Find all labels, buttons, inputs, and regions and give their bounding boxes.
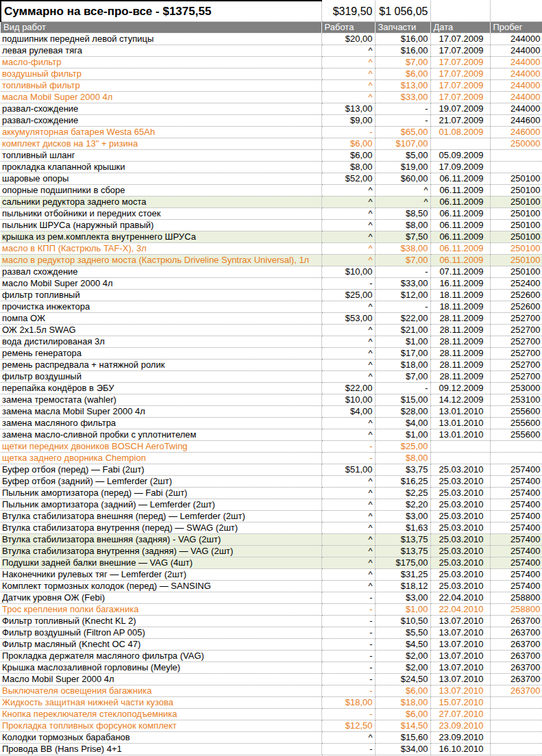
cell-parts-cost[interactable]: ^ [375,185,430,197]
cell-work-type[interactable]: Фильтр воздушный (Filtron AP 005) [1,627,321,639]
summary-empty-mileage-cell[interactable] [490,1,542,22]
cell-work-cost[interactable]: ^ [321,197,375,208]
cell-work-cost[interactable]: ^ [321,57,375,68]
cell-mileage[interactable]: 263700 [490,662,542,674]
cell-work-type[interactable]: Втулка стабилизатора внешняя (перед) — L… [1,511,321,522]
cell-mileage[interactable]: 250100 [490,243,542,255]
cell-work-type[interactable]: перепайка кондёров в ЭБУ [1,383,321,394]
cell-parts-cost[interactable]: $2,25 [375,488,430,499]
cell-work-cost[interactable]: ^ [321,231,375,243]
cell-work-type[interactable]: ремень распредвала + натяжной ролик [1,360,321,371]
cell-date[interactable]: 16.11.2009 [430,278,490,290]
cell-date[interactable]: 13.01.2010 [430,406,490,418]
cell-mileage[interactable]: 252400 [490,278,542,290]
cell-date[interactable]: 05.09.2009 [430,150,490,162]
cell-parts-cost[interactable]: $13,75 [375,546,430,557]
cell-mileage[interactable]: 252600 [490,301,542,313]
cell-work-cost[interactable]: $6,00 [321,138,375,150]
cell-work-cost[interactable]: ^ [321,255,375,266]
cell-mileage[interactable]: 257400 [490,557,542,569]
cell-parts-cost[interactable]: $24,50 [375,674,430,685]
cell-work-type[interactable]: Подушки задней балки внешние — VAG (4шт) [1,557,321,569]
cell-date[interactable] [430,441,490,453]
cell-work-cost[interactable]: $8,00 [321,162,375,173]
cell-work-type[interactable]: развал схождение [1,266,321,278]
cell-date[interactable]: 13.07.2010 [430,662,490,674]
cell-parts-cost[interactable]: $31,25 [375,569,430,581]
cell-parts-cost[interactable]: $3,00 [375,592,430,604]
cell-work-cost[interactable]: $10,00 [321,266,375,278]
cell-work-cost[interactable]: - [321,592,375,604]
cell-date[interactable]: 13.07.2010 [430,674,490,685]
cell-work-cost[interactable]: $25,00 [321,290,375,301]
cell-work-type[interactable]: Пыльник амортизатора (задний) — Lemferde… [1,499,321,511]
cell-work-cost[interactable]: $10,00 [321,394,375,406]
cell-parts-cost[interactable]: $4,50 [375,639,430,651]
cell-work-type[interactable]: масло в редуктор заднего моста (Кастрюль… [1,255,321,266]
cell-work-type[interactable]: Прокладка держателя масляного фильтра (V… [1,651,321,662]
cell-date[interactable]: 13.07.2010 [430,627,490,639]
cell-work-cost[interactable]: ^ [321,80,375,92]
cell-work-type[interactable]: Жидкость защитная нижней части кузова [1,697,321,709]
cell-date[interactable]: 13.07.2010 [430,616,490,627]
cell-work-cost[interactable]: $22,00 [321,383,375,394]
cell-parts-cost[interactable]: $16,00 [375,45,430,57]
cell-mileage[interactable] [490,709,542,720]
cell-mileage[interactable]: 252700 [490,313,542,325]
cell-work-type[interactable]: вода дистилированая 3л [1,336,321,348]
cell-parts-cost[interactable]: $38,00 [375,243,430,255]
cell-parts-cost[interactable]: $22,00 [375,313,430,325]
cell-parts-cost[interactable]: $2,00 [375,651,430,662]
cell-work-type[interactable]: масло-фильтр [1,57,321,68]
cell-parts-cost[interactable]: $19,00 [375,162,430,173]
cell-mileage[interactable] [490,150,542,162]
cell-work-cost[interactable]: - [321,744,375,755]
cell-parts-cost[interactable]: $33,00 [375,92,430,103]
cell-mileage[interactable]: 253100 [490,394,542,406]
cell-mileage[interactable] [490,453,542,464]
cell-work-cost[interactable]: ^ [321,336,375,348]
column-header-work-type[interactable]: Вид работ [1,22,321,34]
cell-work-type[interactable]: Выключателя освещения багажника [1,685,321,697]
cell-parts-cost[interactable]: $4,00 [375,418,430,429]
cell-work-cost[interactable]: ^ [321,418,375,429]
cell-parts-cost[interactable]: $7,50 [375,231,430,243]
cell-work-type[interactable]: пыльник ШРУСа (наружный правый) [1,220,321,231]
cell-work-cost[interactable]: ^ [321,360,375,371]
cell-mileage[interactable]: 257400 [490,522,542,534]
cell-parts-cost[interactable]: $7,00 [375,255,430,266]
cell-parts-cost[interactable]: $10,50 [375,616,430,627]
cell-work-type[interactable]: пыльники отбойники и передних стоек [1,208,321,220]
cell-date[interactable]: 17.07.2009 [430,92,490,103]
cell-parts-cost[interactable]: - [375,115,430,127]
cell-work-type[interactable]: развал-схождение [1,103,321,115]
cell-work-type[interactable]: Втулка стабилизатора внутрення (задняя) … [1,546,321,557]
cell-parts-cost[interactable]: $8,50 [375,208,430,220]
cell-parts-cost[interactable]: - [375,383,430,394]
cell-parts-cost[interactable]: $25,00 [375,441,430,453]
cell-date[interactable]: 28.11.2009 [430,336,490,348]
cell-parts-cost[interactable]: $17,00 [375,348,430,360]
cell-work-type[interactable]: сальники редуктора заднего моста [1,197,321,208]
cell-work-cost[interactable]: $18,00 [321,697,375,709]
cell-work-cost[interactable]: ^ [321,488,375,499]
cell-work-type[interactable]: крышка из рем.комплекта внутреннего ШРУС… [1,231,321,243]
summary-title[interactable]: Суммарно на все-про-все - $1375,55 [1,1,321,22]
cell-date[interactable]: 13.01.2010 [430,429,490,441]
cell-date[interactable]: 17.07.2009 [430,80,490,92]
cell-work-cost[interactable]: - [321,662,375,674]
cell-date[interactable]: 17.07.2009 [430,45,490,57]
cell-work-cost[interactable]: - [321,685,375,697]
cell-mileage[interactable] [490,720,542,732]
cell-work-cost[interactable]: - [321,709,375,720]
cell-work-type[interactable]: щетка заднего дворника Chempion [1,453,321,464]
cell-date[interactable]: 06.11.2009 [430,243,490,255]
cell-date[interactable]: 28.11.2009 [430,348,490,360]
cell-parts-cost[interactable]: $2,20 [375,499,430,511]
cell-work-cost[interactable]: ^ [321,581,375,592]
cell-parts-cost[interactable]: $7,00 [375,371,430,383]
cell-date[interactable]: 25.03.2010 [430,557,490,569]
cell-parts-cost[interactable]: - [375,266,430,278]
cell-mileage[interactable]: 244000 [490,45,542,57]
cell-date[interactable]: 25.03.2010 [430,581,490,592]
